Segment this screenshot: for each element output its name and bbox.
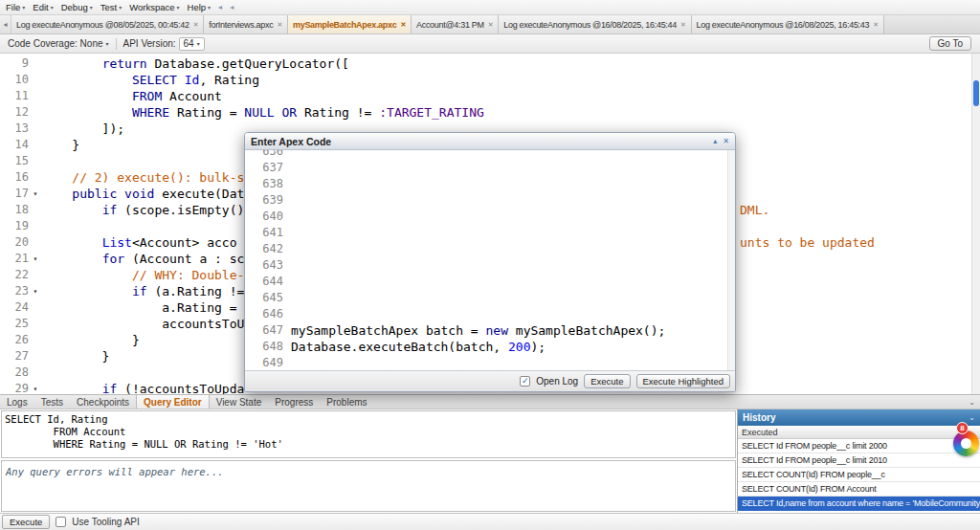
dialog-controls: ▴ ✕ bbox=[713, 138, 729, 145]
query-execute-button[interactable]: Execute bbox=[2, 515, 50, 529]
line-number: 646 bbox=[245, 306, 291, 322]
go-to-button[interactable]: Go To bbox=[929, 36, 972, 51]
close-icon[interactable]: ✕ bbox=[193, 21, 199, 29]
api-version-label: API Version: bbox=[123, 38, 176, 49]
panel-tab-checkpoints[interactable]: Checkpoints bbox=[70, 395, 136, 409]
tab[interactable]: mySampleBatchApex.apxc✕ bbox=[288, 15, 412, 33]
use-tooling-api-checkbox[interactable] bbox=[56, 517, 66, 527]
code-text[interactable]: if (scope.isEmpty() bbox=[42, 202, 244, 218]
history-row[interactable]: SELECT COUNT(Id) FROM people__c bbox=[738, 468, 980, 482]
line-number: 644 bbox=[245, 274, 291, 290]
history-collapse-icon[interactable]: ⌄ bbox=[969, 413, 975, 422]
panel-tab-progress[interactable]: Progress bbox=[268, 395, 320, 409]
gutter-spacer bbox=[29, 104, 42, 121]
tab[interactable]: Log executeAnonymous @16/08/2025, 16:45:… bbox=[499, 15, 691, 33]
fold-icon[interactable]: ▾ bbox=[29, 251, 42, 267]
menu-help[interactable]: Help▾ bbox=[184, 0, 215, 14]
panel-tab-logs[interactable]: Logs bbox=[0, 395, 34, 409]
dialog-titlebar[interactable]: Enter Apex Code ▴ ✕ bbox=[245, 133, 735, 150]
gutter-spacer bbox=[29, 121, 42, 137]
tab-label: Log executeAnonymous @16/08/2025, 16:45:… bbox=[503, 20, 677, 30]
open-log-checkbox[interactable]: ✓ bbox=[520, 376, 530, 386]
line-number: 14 bbox=[0, 137, 29, 153]
panel-tab-problems[interactable]: Problems bbox=[320, 395, 373, 409]
extension-swirl-icon[interactable] bbox=[953, 431, 979, 456]
code-text[interactable]: for (Account a : sc bbox=[42, 251, 244, 267]
code-text[interactable]: WHERE Rating = NULL OR Rating != :TARGET… bbox=[42, 104, 484, 121]
line-number: 638 bbox=[245, 176, 291, 192]
toolbar-separator bbox=[116, 38, 117, 50]
menu-label: Test bbox=[100, 2, 117, 12]
apex-code-editor[interactable]: 636637638639640641642643644645646647mySa… bbox=[245, 150, 735, 370]
menu-workspace[interactable]: Workspace▾ bbox=[125, 0, 183, 14]
tab[interactable]: forInterviews.apxc✕ bbox=[204, 15, 288, 33]
panel-collapse-icon[interactable]: ⌄ bbox=[969, 398, 975, 407]
tab[interactable]: Account@4:31 PM✕ bbox=[412, 15, 499, 33]
code-text[interactable]: // 2) execute(): bulk-s bbox=[42, 169, 244, 186]
fold-icon[interactable]: ▾ bbox=[29, 283, 42, 299]
editor-scrollbar[interactable] bbox=[971, 54, 980, 394]
close-icon[interactable]: ✕ bbox=[400, 21, 406, 29]
tab-scroll-left-icon[interactable]: ◂ bbox=[0, 15, 11, 33]
execute-button[interactable]: Execute bbox=[584, 374, 630, 388]
code-text[interactable]: SELECT Id, Rating bbox=[42, 72, 259, 88]
history-row[interactable]: SELECT Id,name from account where name =… bbox=[738, 497, 980, 511]
code-text[interactable]: accountsToU bbox=[42, 316, 244, 332]
code-line: 636 bbox=[245, 150, 735, 160]
nav-back-icon[interactable]: ◂ bbox=[214, 3, 226, 11]
history-row[interactable]: SELECT COUNT(Id) FROM Account bbox=[738, 482, 980, 497]
close-icon[interactable]: ✕ bbox=[488, 21, 494, 29]
code-text[interactable]: Database.executeBatch(batch, 200); bbox=[291, 339, 546, 355]
panel-tab-view-state[interactable]: View State bbox=[210, 395, 269, 409]
execute-highlighted-button[interactable]: Execute Highlighted bbox=[636, 374, 731, 388]
code-text[interactable]: FROM Account bbox=[42, 88, 222, 104]
code-line: 641 bbox=[245, 225, 735, 241]
code-text[interactable]: a.Rating = bbox=[42, 299, 244, 316]
close-icon[interactable]: ✕ bbox=[680, 21, 686, 29]
code-text[interactable]: } bbox=[42, 348, 109, 364]
code-fragment: DML. bbox=[740, 202, 769, 218]
developer-console-window: File▾Edit▾Debug▾Test▾Workspace▾Help▾ ◂ ◂… bbox=[0, 0, 980, 530]
menu-edit[interactable]: Edit▾ bbox=[29, 0, 56, 14]
menu-test[interactable]: Test▾ bbox=[97, 0, 125, 14]
code-text[interactable]: ]); bbox=[42, 121, 124, 137]
history-section-executed: Executed bbox=[738, 426, 980, 439]
history-row[interactable]: SELECT Id FROM people__c limit 2000 bbox=[738, 439, 980, 453]
code-line: 637 bbox=[245, 160, 735, 176]
code-text[interactable]: } bbox=[42, 137, 79, 153]
panel-tab-tests[interactable]: Tests bbox=[34, 395, 70, 409]
code-text[interactable]: if (!accountsToUpda bbox=[42, 381, 244, 394]
code-text[interactable]: if (a.Rating != bbox=[42, 283, 244, 299]
menu-bar: File▾Edit▾Debug▾Test▾Workspace▾Help▾ ◂ ◂ bbox=[0, 0, 980, 15]
code-coverage-dropdown[interactable]: Code Coverage: None ▾ bbox=[3, 36, 114, 51]
code-line: 9 return Database.getQueryLocator([ bbox=[0, 55, 980, 72]
fold-icon[interactable]: ▾ bbox=[29, 186, 42, 202]
menu-debug[interactable]: Debug▾ bbox=[57, 0, 97, 14]
fold-icon[interactable]: ▾ bbox=[29, 381, 42, 394]
code-text[interactable]: public void execute(Dat bbox=[42, 186, 244, 202]
gutter-spacer bbox=[29, 364, 42, 381]
history-row[interactable]: SELECT Id FROM people__c limit 2010 bbox=[738, 453, 980, 468]
code-text[interactable]: return Database.getQueryLocator([ bbox=[42, 55, 349, 72]
query-input[interactable]: SELECT Id, Rating FROM Account WHERE Rat… bbox=[1, 410, 736, 458]
dialog-collapse-icon[interactable]: ▴ bbox=[713, 138, 717, 145]
menu-file[interactable]: File▾ bbox=[2, 0, 29, 14]
code-text[interactable]: mySampleBatchApex batch = new mySampleBa… bbox=[291, 322, 665, 339]
caret-down-icon: ▾ bbox=[177, 5, 180, 11]
panel-tab-query-editor[interactable]: Query Editor bbox=[136, 395, 210, 409]
api-version-select[interactable]: 64 ▾ bbox=[179, 37, 205, 51]
code-text[interactable]: } bbox=[42, 332, 140, 348]
code-text[interactable]: List<Account> acco bbox=[42, 234, 237, 251]
close-icon[interactable]: ✕ bbox=[873, 21, 879, 29]
nav-forward-icon[interactable]: ◂ bbox=[226, 3, 237, 11]
code-text[interactable]: // WHY: Double- bbox=[42, 267, 244, 283]
close-icon[interactable]: ✕ bbox=[277, 21, 282, 29]
tab[interactable]: Log executeAnonymous @16/08/2025, 16:45:… bbox=[692, 15, 884, 33]
dialog-scrollbar[interactable] bbox=[727, 150, 735, 370]
tab[interactable]: Log executeAnonymous @08/05/2025, 00:45:… bbox=[11, 15, 204, 33]
query-editor-panel: SELECT Id, Rating FROM Account WHERE Rat… bbox=[0, 409, 737, 513]
dialog-close-icon[interactable]: ✕ bbox=[723, 138, 729, 145]
editor-scrollbar-thumb[interactable] bbox=[973, 80, 979, 106]
menu-label: File bbox=[6, 2, 20, 12]
line-number: 647 bbox=[245, 322, 291, 339]
